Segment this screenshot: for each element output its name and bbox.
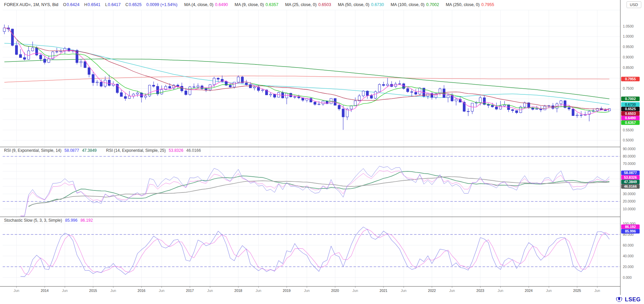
lseg-crest-icon xyxy=(615,296,623,303)
x-axis-year-label: 2017 xyxy=(186,289,194,293)
candle-body xyxy=(467,111,470,112)
x-axis-month-label: Jun xyxy=(256,289,261,293)
candle-body xyxy=(383,84,385,85)
x-axis-month-label: Jun xyxy=(546,289,552,293)
x-axis-labels: Jun2014Jun2015Jun2016Jun2017Jun2018Jun20… xyxy=(14,287,600,293)
axis-tick-label: 60.000 xyxy=(623,243,634,247)
candle-body xyxy=(19,54,22,57)
currency-selector-button[interactable]: USD xyxy=(627,1,641,8)
candle-body xyxy=(233,82,236,87)
candle-body xyxy=(366,91,369,95)
rsi14-signal-line xyxy=(29,177,609,206)
axis-badge-label: 0.6730 xyxy=(625,102,636,106)
candle-body xyxy=(310,98,312,102)
candle-body xyxy=(161,90,163,94)
axis-badge-label: 85.996 xyxy=(625,229,636,233)
axis-badge-label: 0.6357 xyxy=(625,121,636,125)
candle-body xyxy=(153,85,155,86)
candle-body xyxy=(84,61,86,68)
candle-body xyxy=(48,59,50,62)
x-axis-year-label: 2019 xyxy=(283,289,291,293)
x-axis-year-label: 2015 xyxy=(89,289,97,293)
candle-body xyxy=(342,109,345,117)
candle-body xyxy=(350,106,353,109)
change-value: 0.0099 (+1.54%) xyxy=(146,2,177,7)
ma100-legend: MA (100, close, 0)0.7002 xyxy=(391,2,439,7)
close-value: C0.6525 xyxy=(125,2,142,7)
candle-body xyxy=(185,91,187,95)
candle-body xyxy=(24,57,26,59)
x-axis-year-label: 2024 xyxy=(525,289,533,293)
ma50-legend: MA (50, close, 0)0.6730 xyxy=(338,2,384,7)
candle-body xyxy=(378,84,381,92)
candle-body xyxy=(96,82,98,83)
x-axis-month-label: Jun xyxy=(14,289,19,293)
lseg-logo-text: LSEG xyxy=(625,296,641,303)
lseg-logo: LSEG xyxy=(615,296,641,303)
candle-body xyxy=(568,107,570,109)
axis-badge-label: 0.6525 xyxy=(625,107,636,111)
candle-body xyxy=(370,95,373,98)
candle-body xyxy=(362,91,365,96)
candle-body xyxy=(237,77,240,82)
x-axis-year-label: 2025 xyxy=(573,289,581,293)
candle-body xyxy=(374,92,377,98)
ma9-legend: MA (9, close, 0)0.6357 xyxy=(235,2,278,7)
candle-body xyxy=(544,106,546,110)
candle-body xyxy=(80,61,82,62)
axis-badge-label: 0.6490 xyxy=(625,116,636,120)
candle-body xyxy=(314,102,316,104)
rsi1-value: 58.0877 xyxy=(65,148,79,153)
axis-badge-label: 0.7955 xyxy=(625,77,636,81)
candle-body xyxy=(487,104,490,105)
candle-body xyxy=(274,94,276,97)
stochastic-k-value: 85.996 xyxy=(65,218,78,223)
x-axis-month-label: Jun xyxy=(304,289,310,293)
low-value: L0.6417 xyxy=(105,2,121,7)
candle-body xyxy=(169,86,171,88)
chart-legend-bar: FOREX AUD=, 1M, NYS, Bid O0.6424 H0.6541… xyxy=(0,0,620,9)
candle-body xyxy=(205,89,207,90)
axis-badge-label: 53.8326 xyxy=(624,175,637,179)
candle-body xyxy=(455,99,457,101)
open-value: O0.6424 xyxy=(63,2,80,7)
axis-tick-label: 0.5500 xyxy=(623,128,634,132)
candle-body xyxy=(447,95,449,97)
rsi2-value: 53.8326 xyxy=(169,148,183,153)
stochastic-d-value: 86.192 xyxy=(80,218,93,223)
candle-body xyxy=(536,109,538,110)
axis-tick-label: 1.0500 xyxy=(623,24,634,28)
candle-body xyxy=(387,84,389,86)
rsi-legend: RSI (9, Exponential, Simple, 14) 58.0877… xyxy=(4,148,201,153)
axis-tick-label: 80.0000 xyxy=(623,154,636,158)
axis-badge-label: 0.6503 xyxy=(625,112,636,116)
axis-tick-label: 30.0000 xyxy=(623,192,636,196)
candle-body xyxy=(479,98,482,103)
axis-tick-label: 0.7500 xyxy=(623,86,634,90)
axis-tick-label: 0.9000 xyxy=(623,55,634,59)
candle-body xyxy=(411,92,413,92)
candle-body xyxy=(60,51,62,52)
candle-body xyxy=(580,115,582,116)
candle-body xyxy=(499,106,502,109)
candle-body xyxy=(76,50,78,62)
candle-body xyxy=(576,115,578,116)
stochastic-legend: Stochastic Slow (5, 3, 3, Simple) 85.996… xyxy=(4,218,93,223)
candle-body xyxy=(181,86,183,91)
candle-body xyxy=(572,109,574,116)
candle-body xyxy=(491,105,494,107)
candle-body xyxy=(15,45,18,54)
axis-tick-label: 0.000 xyxy=(623,275,632,279)
candle-body xyxy=(40,55,42,59)
ma4-legend: MA (4, close, 0)0.6490 xyxy=(184,2,228,7)
candle-body xyxy=(407,89,409,92)
stochastic-d-line xyxy=(21,229,609,275)
candle-body xyxy=(229,85,232,87)
ma250-legend: MA (250, close, 0)0.7955 xyxy=(446,2,494,7)
x-axis-month-label: Jun xyxy=(449,289,455,293)
candle-body xyxy=(213,78,215,85)
candle-body xyxy=(100,82,103,86)
candle-body xyxy=(197,86,199,87)
candle-body xyxy=(104,80,107,86)
candle-body xyxy=(512,110,514,111)
